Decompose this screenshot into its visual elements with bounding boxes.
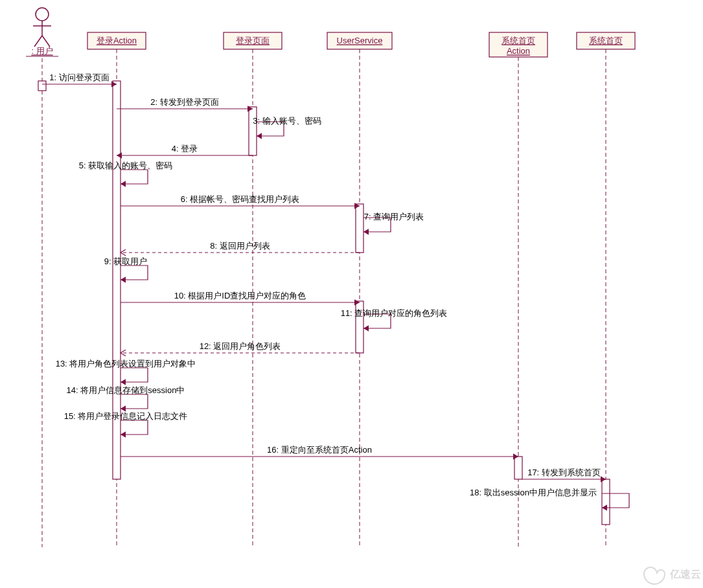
svg-text:5: 获取输入的账号、密码: 5: 获取输入的账号、密码: [79, 161, 172, 170]
svg-text:Action: Action: [507, 46, 530, 56]
activation-bar: [249, 107, 257, 155]
svg-text:12: 返回用户角色列表: 12: 返回用户角色列表: [200, 341, 281, 351]
activation-bar: [514, 457, 522, 479]
svg-text:10: 根据用户ID查找用户对应的角色: 10: 根据用户ID查找用户对应的角色: [174, 291, 306, 300]
message-13: 13: 将用户角色列表设置到用户对象中: [56, 359, 196, 382]
svg-text:13: 将用户角色列表设置到用户对象中: 13: 将用户角色列表设置到用户对象中: [56, 359, 196, 368]
message-12: 12: 返回用户角色列表: [121, 341, 360, 353]
login-action-box-label: 登录Action: [97, 36, 137, 45]
svg-text:8: 返回用户列表: 8: 返回用户列表: [210, 241, 270, 251]
svg-text:18: 取出session中用户信息并显示: 18: 取出session中用户信息并显示: [470, 488, 597, 497]
message-10: 10: 根据用户ID查找用户对应的角色: [121, 291, 360, 302]
message-16: 16: 重定向至系统首页Action: [121, 445, 518, 457]
message-2: 2: 转发到登录页面: [117, 97, 253, 109]
message-7: 7: 查询用户列表: [363, 212, 424, 232]
svg-line-3: [34, 36, 42, 47]
svg-text:11: 查询用户对应的角色列表: 11: 查询用户对应的角色列表: [341, 308, 448, 318]
message-3: 3: 输入账号、密码: [253, 116, 321, 136]
svg-text:系统首页: 系统首页: [501, 36, 535, 45]
login-page-box-label: 登录页面: [236, 36, 270, 45]
activation-bar: [356, 204, 363, 253]
svg-text:亿速云: 亿速云: [669, 569, 701, 580]
activation-bar: [38, 81, 46, 91]
svg-text:7: 查询用户列表: 7: 查询用户列表: [364, 212, 424, 221]
svg-text:16: 重定向至系统首页Action: 16: 重定向至系统首页Action: [267, 445, 372, 455]
svg-text:3: 输入账号、密码: 3: 输入账号、密码: [253, 116, 321, 126]
message-8: 8: 返回用户列表: [121, 241, 360, 253]
svg-text:1: 访问登录页面: 1: 访问登录页面: [49, 73, 109, 82]
user-service-box-label: UserService: [337, 36, 383, 45]
message-6: 6: 根据帐号、密码查找用户列表: [121, 194, 360, 206]
svg-text:4: 登录: 4: 登录: [172, 144, 198, 153]
message-4: 4: 登录: [117, 144, 253, 155]
homepage-box-label: 系统首页: [589, 36, 623, 45]
message-14: 14: 将用户信息存储到session中: [67, 385, 185, 409]
message-15: 15: 将用户登录信息记入日志文件: [64, 411, 188, 435]
svg-point-0: [36, 8, 49, 21]
message-17: 17: 转发到系统首页: [522, 468, 606, 479]
message-1: 1: 访问登录页面: [42, 73, 117, 84]
svg-text:15: 将用户登录信息记入日志文件: 15: 将用户登录信息记入日志文件: [64, 411, 188, 421]
watermark: 亿速云: [644, 567, 701, 584]
activation-bar: [602, 479, 610, 525]
svg-text:17: 转发到系统首页: 17: 转发到系统首页: [527, 468, 601, 477]
svg-text:2: 转发到登录页面: 2: 转发到登录页面: [150, 97, 218, 107]
svg-text:14: 将用户信息存储到session中: 14: 将用户信息存储到session中: [67, 385, 185, 395]
sequence-diagram: : 用户登录Action登录页面UserService系统首页Action系统首…: [0, 0, 703, 588]
svg-text:9: 获取用户: 9: 获取用户: [104, 256, 147, 266]
svg-line-4: [42, 36, 50, 47]
svg-text:6: 根据帐号、密码查找用户列表: 6: 根据帐号、密码查找用户列表: [181, 194, 299, 204]
message-9: 9: 获取用户: [104, 256, 148, 280]
actor-label: : 用户: [31, 46, 52, 56]
message-5: 5: 获取输入的账号、密码: [79, 161, 172, 184]
